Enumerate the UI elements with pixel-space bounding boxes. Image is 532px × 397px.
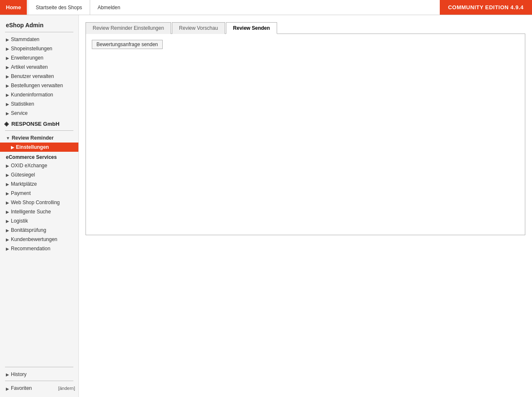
bewertungsanfrage-button[interactable]: Bewertungsanfrage senden xyxy=(92,40,163,49)
sidebar-item-marktplatze[interactable]: ▶ Marktplätze xyxy=(0,179,78,189)
sidebar-item-favoriten[interactable]: ▶ Favoriten [ändern] xyxy=(0,384,78,393)
arrow-icon: ▶ xyxy=(6,236,9,243)
aendern-link[interactable]: [ändern] xyxy=(58,385,75,392)
review-reminder-label: Review Reminder xyxy=(12,134,54,142)
tab-bar: Review Reminder Einstellungen Review Vor… xyxy=(86,22,525,34)
sidebar-label: Erweiterungen xyxy=(11,54,43,62)
arrow-icon: ▶ xyxy=(6,73,9,80)
sidebar-label: Shopeinstellungen xyxy=(11,45,52,52)
abmelden-link[interactable]: Abmelden xyxy=(91,5,127,10)
arrow-icon: ▶ xyxy=(6,92,9,98)
sidebar-label: Recommendation xyxy=(11,245,50,252)
tab-review-reminder-einstellungen[interactable]: Review Reminder Einstellungen xyxy=(86,22,171,34)
sidebar-item-stammdaten[interactable]: ▶ Stammdaten xyxy=(0,35,78,44)
sidebar-item-benutzer[interactable]: ▶ Benutzer verwalten xyxy=(0,72,78,81)
arrow-icon: ▶ xyxy=(11,144,14,150)
sidebar-item-einstellungen[interactable]: ▶ Einstellungen xyxy=(0,143,78,152)
sidebar-label: Web Shop Controlling xyxy=(11,199,60,206)
sidebar-label: Statistiken xyxy=(11,100,34,108)
sidebar-item-gutesiegel[interactable]: ▶ Gütesiegel xyxy=(0,170,78,179)
edition-badge: COMMUNITY EDITION 4.9.4 xyxy=(440,0,532,15)
main-content: Review Reminder Einstellungen Review Vor… xyxy=(79,15,532,397)
home-button[interactable]: Home xyxy=(0,0,27,15)
company-icon: ◈ xyxy=(4,120,9,127)
sidebar-label: Marktplätze xyxy=(11,180,37,188)
sidebar-label: Bestellungen verwalten xyxy=(11,82,63,89)
sidebar-label: Gütesiegel xyxy=(11,171,35,179)
expand-arrow-icon: ▼ xyxy=(6,135,10,141)
sidebar-label: Service xyxy=(11,109,28,117)
topbar: Home Startseite des Shops Abmelden COMMU… xyxy=(0,0,532,15)
sidebar-divider-4 xyxy=(5,381,73,381)
sidebar-item-artikel[interactable]: ▶ Artikel verwalten xyxy=(0,62,78,72)
sidebar-label: Payment xyxy=(11,189,31,197)
sidebar-label: Benutzer verwalten xyxy=(11,73,54,80)
sidebar-label: Intelligente Suche xyxy=(11,208,51,215)
sidebar-label: Bonitätsprüfung xyxy=(11,226,46,234)
arrow-icon: ▶ xyxy=(6,64,9,70)
sidebar-label: Artikel verwalten xyxy=(11,63,48,71)
main-layout: eShop Admin ▶ Stammdaten ▶ Shopeinstellu… xyxy=(0,15,532,397)
topbar-separator-2 xyxy=(90,0,90,15)
sidebar-item-oxid[interactable]: ▶ OXID eXchange xyxy=(0,161,78,170)
arrow-icon: ▶ xyxy=(6,200,9,206)
arrow-icon: ▶ xyxy=(6,209,9,215)
sidebar-item-webshop-controlling[interactable]: ▶ Web Shop Controlling xyxy=(0,198,78,207)
arrow-icon: ▶ xyxy=(6,55,9,61)
sidebar-item-history[interactable]: ▶ History xyxy=(0,370,78,379)
tab-review-vorschau[interactable]: Review Vorschau xyxy=(172,22,225,34)
arrow-icon: ▶ xyxy=(6,83,9,89)
arrow-icon: ▶ xyxy=(6,386,9,392)
sidebar-item-shopeinstellungen[interactable]: ▶ Shopeinstellungen xyxy=(0,44,78,53)
sidebar-label: OXID eXchange xyxy=(11,162,47,169)
company-name: RESPONSE GmbH xyxy=(11,121,60,127)
sidebar-label: Logistik xyxy=(11,217,28,225)
sidebar-item-review-reminder[interactable]: ▼ Review Reminder xyxy=(0,133,78,143)
arrow-icon: ▶ xyxy=(6,227,9,234)
sidebar-item-kundenbewertungen[interactable]: ▶ Kundenbewertungen xyxy=(0,235,78,244)
company-header: ◈ RESPONSE GmbH xyxy=(0,118,78,129)
topbar-separator-1 xyxy=(28,0,28,15)
sidebar-divider-2 xyxy=(5,130,73,131)
sidebar-item-bestellungen[interactable]: ▶ Bestellungen verwalten xyxy=(0,81,78,90)
sidebar-item-service[interactable]: ▶ Service xyxy=(0,109,78,118)
favoriten-label: Favoriten xyxy=(11,384,32,392)
sidebar-item-bonitaT[interactable]: ▶ Bonitätsprüfung xyxy=(0,226,78,235)
sidebar-item-intelligente-suche[interactable]: ▶ Intelligente Suche xyxy=(0,207,78,216)
admin-title: eShop Admin xyxy=(0,19,78,30)
arrow-icon: ▶ xyxy=(6,101,9,107)
sidebar-label: Kundeninformation xyxy=(11,91,53,99)
sidebar-label: Kundenbewertungen xyxy=(11,236,57,243)
arrow-icon: ▶ xyxy=(6,181,9,187)
arrow-icon: ▶ xyxy=(6,172,9,178)
sidebar-item-recommendation[interactable]: ▶ Recommendation xyxy=(0,244,78,253)
sidebar-divider-3 xyxy=(5,367,73,367)
sidebar-label: Stammdaten xyxy=(11,36,39,43)
arrow-icon: ▶ xyxy=(6,163,9,169)
sidebar: eShop Admin ▶ Stammdaten ▶ Shopeinstellu… xyxy=(0,15,79,397)
arrow-icon: ▶ xyxy=(6,246,9,252)
arrow-icon: ▶ xyxy=(6,190,9,197)
einstellungen-label: Einstellungen xyxy=(16,143,49,151)
sidebar-divider-1 xyxy=(5,32,73,32)
tab-content-review-senden: Bewertungsanfrage senden xyxy=(86,34,525,235)
arrow-icon: ▶ xyxy=(6,110,9,117)
arrow-icon: ▶ xyxy=(6,218,9,224)
ecommerce-title: eCommerce Services xyxy=(0,152,78,161)
arrow-icon: ▶ xyxy=(6,371,9,378)
sidebar-item-kundeninformation[interactable]: ▶ Kundeninformation xyxy=(0,90,78,99)
arrow-icon: ▶ xyxy=(6,46,9,52)
sidebar-bottom: ▶ History ▶ Favoriten [ändern] xyxy=(0,362,78,393)
arrow-icon: ▶ xyxy=(6,36,9,43)
sidebar-item-logistik[interactable]: ▶ Logistik xyxy=(0,216,78,226)
sidebar-item-payment[interactable]: ▶ Payment xyxy=(0,189,78,198)
history-label: History xyxy=(11,371,26,378)
sidebar-item-erweiterungen[interactable]: ▶ Erweiterungen xyxy=(0,53,78,62)
sidebar-item-statistiken[interactable]: ▶ Statistiken xyxy=(0,99,78,109)
tab-review-senden[interactable]: Review Senden xyxy=(226,22,277,34)
startseite-link[interactable]: Startseite des Shops xyxy=(29,5,89,10)
